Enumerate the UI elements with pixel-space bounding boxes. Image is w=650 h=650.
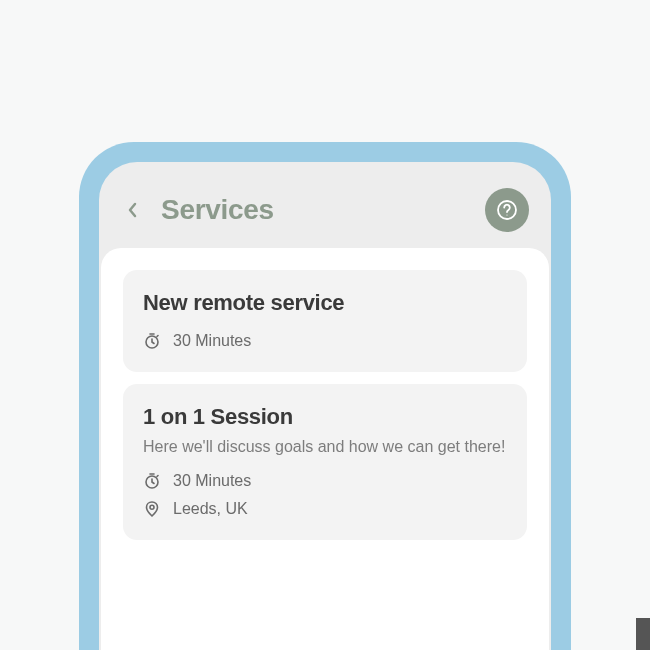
duration-text: 30 Minutes (173, 332, 251, 350)
svg-point-1 (506, 214, 507, 215)
header: Services (99, 162, 551, 248)
duration-row: 30 Minutes (143, 332, 507, 350)
chevron-left-icon (127, 201, 139, 219)
location-text: Leeds, UK (173, 500, 248, 518)
content-area: New remote service 30 Minutes 1 on 1 Ses… (101, 248, 549, 650)
svg-point-4 (150, 505, 154, 509)
service-description: Here we'll discuss goals and how we can … (143, 436, 507, 458)
phone-screen: Services New remote service (99, 162, 551, 650)
duration-row: 30 Minutes (143, 472, 507, 490)
service-title: New remote service (143, 290, 507, 316)
timer-icon (143, 472, 161, 490)
question-mark-icon (496, 199, 518, 221)
service-title: 1 on 1 Session (143, 404, 507, 430)
service-card[interactable]: 1 on 1 Session Here we'll discuss goals … (123, 384, 527, 540)
phone-frame: Services New remote service (79, 142, 571, 650)
location-row: Leeds, UK (143, 500, 507, 518)
help-button[interactable] (485, 188, 529, 232)
location-pin-icon (143, 500, 161, 518)
duration-text: 30 Minutes (173, 472, 251, 490)
corner-tab (636, 618, 650, 650)
service-card[interactable]: New remote service 30 Minutes (123, 270, 527, 372)
page-title: Services (161, 194, 274, 226)
timer-icon (143, 332, 161, 350)
back-button[interactable] (121, 198, 145, 222)
